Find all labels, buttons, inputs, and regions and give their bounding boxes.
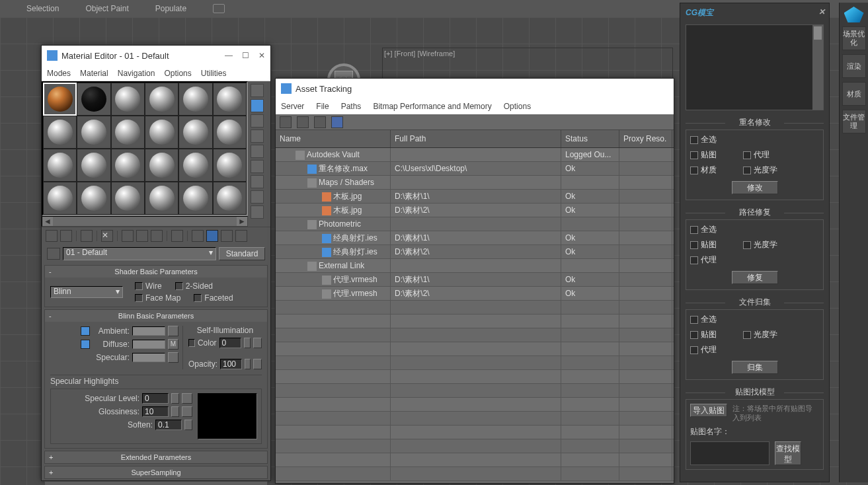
sample-slot-1[interactable]	[43, 83, 77, 116]
extended-params-rollout[interactable]: Extended Parameters	[44, 451, 268, 464]
spinner-buttons[interactable]	[184, 420, 192, 430]
maximize-button[interactable]: ☐	[242, 51, 249, 60]
proxy-checkbox[interactable]	[690, 256, 698, 264]
scroll-right-button[interactable]: ►	[237, 217, 247, 226]
spinner-buttons[interactable]	[245, 359, 251, 369]
collect-button[interactable]: 归集	[732, 361, 778, 374]
put-to-library-icon[interactable]	[151, 230, 163, 242]
menu-server[interactable]: Server	[281, 102, 304, 111]
menu-options[interactable]: Options	[504, 102, 531, 111]
table-row[interactable]: External Link	[276, 259, 674, 273]
sample-slot[interactable]	[145, 116, 178, 149]
select-all-checkbox[interactable]	[690, 136, 698, 144]
table-row[interactable]: Maps / Shaders	[276, 176, 674, 190]
sample-slot[interactable]	[43, 116, 77, 149]
select-all-checkbox[interactable]	[690, 316, 698, 324]
proxy-checkbox[interactable]	[743, 151, 751, 159]
spec-level-spinner[interactable]: 0	[142, 393, 169, 404]
sample-slot[interactable]	[178, 149, 212, 182]
sample-slot[interactable]	[111, 149, 145, 182]
diffuse-swatch[interactable]	[132, 340, 165, 349]
asset-titlebar[interactable]: Asset Tracking	[276, 79, 674, 98]
menu-paths[interactable]: Paths	[341, 102, 362, 111]
video-check-icon[interactable]	[251, 145, 264, 158]
sample-slot[interactable]	[43, 182, 77, 215]
table-row[interactable]: 木板.jpgD:\素材\2\Ok	[276, 204, 674, 217]
menu-selection[interactable]: Selection	[26, 4, 59, 13]
material-editor-titlebar[interactable]: Material Editor - 01 - Default — ☐ ✕	[42, 46, 270, 65]
menu-utilities[interactable]: Utilities	[201, 69, 227, 78]
material-type-button[interactable]: Standard	[219, 247, 265, 260]
sample-slot-6[interactable]	[213, 83, 247, 116]
menu-file[interactable]: File	[316, 102, 329, 111]
close-button[interactable]: ✕	[258, 51, 265, 60]
rollout-header[interactable]: SuperSampling	[45, 466, 267, 478]
scene-optimize-button[interactable]: 场景优化	[842, 26, 866, 50]
sample-slot[interactable]	[77, 182, 110, 215]
diffuse-map-button[interactable]: M	[168, 339, 178, 350]
sample-uv-icon[interactable]	[251, 130, 264, 143]
sample-slot[interactable]	[145, 149, 178, 182]
go-parent-icon[interactable]	[221, 230, 233, 242]
color-checkbox[interactable]	[188, 339, 195, 347]
sample-slot[interactable]	[145, 182, 178, 215]
minimize-button[interactable]: —	[225, 51, 233, 60]
options-icon[interactable]	[251, 175, 264, 188]
material-checkbox[interactable]	[690, 167, 698, 174]
photometric-checkbox[interactable]	[743, 241, 751, 249]
sample-slot-5[interactable]	[178, 83, 212, 116]
assign-icon[interactable]	[81, 230, 93, 242]
table-row[interactable]: 重名修改.maxC:\Users\xl\Desktop\Ok	[276, 162, 674, 176]
selfillum-map-button[interactable]	[253, 338, 262, 348]
list-icon[interactable]	[297, 116, 309, 128]
menu-navigation[interactable]: Navigation	[118, 69, 155, 78]
header-status[interactable]: Status	[561, 130, 619, 147]
specular-map-button[interactable]	[168, 352, 178, 363]
material-name-dropdown[interactable]: 01 - Default ▾	[63, 247, 216, 260]
table-row[interactable]: Autodesk VaultLogged Ou...	[276, 148, 674, 162]
menu-modes[interactable]: Modes	[47, 69, 71, 78]
sample-type-icon[interactable]	[251, 84, 264, 97]
file-manage-button[interactable]: 文件管理	[842, 110, 866, 133]
close-icon[interactable]: ✕	[818, 7, 825, 17]
glossiness-map-button[interactable]	[182, 406, 192, 417]
shader-dropdown[interactable]: Blinn ▾	[50, 286, 123, 298]
sample-slot[interactable]	[43, 149, 77, 182]
supersampling-rollout[interactable]: SuperSampling	[44, 466, 268, 479]
spinner-buttons[interactable]	[244, 338, 251, 348]
tree-icon[interactable]	[314, 116, 326, 128]
scroll-left-button[interactable]: ◄	[42, 217, 53, 226]
color-spinner[interactable]: 0	[219, 338, 241, 348]
refresh-icon[interactable]	[280, 116, 292, 128]
put-to-scene-icon[interactable]	[60, 230, 72, 242]
sample-slot-4[interactable]	[145, 83, 178, 116]
sample-slot[interactable]	[77, 116, 110, 149]
spec-level-map-button[interactable]	[182, 393, 192, 404]
table-row[interactable]: 代理.vrmeshD:\素材\2\Ok	[276, 287, 674, 301]
soften-spinner[interactable]: 0.1	[155, 420, 182, 430]
sample-slot[interactable]	[178, 116, 212, 149]
reset-icon[interactable]: ✕	[101, 230, 113, 242]
texture-checkbox[interactable]	[690, 151, 698, 159]
background-icon[interactable]	[251, 114, 264, 128]
facemap-checkbox[interactable]	[135, 294, 143, 302]
modify-button[interactable]: 修改	[732, 181, 778, 194]
header-name[interactable]: Name	[276, 130, 391, 147]
sample-slot[interactable]	[111, 116, 145, 149]
material-button[interactable]: 材质	[842, 82, 866, 106]
repair-button[interactable]: 修复	[732, 271, 778, 284]
proxy-checkbox[interactable]	[690, 346, 698, 354]
spinner-buttons[interactable]	[171, 406, 179, 417]
glossiness-spinner[interactable]: 10	[142, 406, 169, 417]
ambient-swatch[interactable]	[132, 326, 165, 336]
viewport-label[interactable]: [+] [Front] [Wireframe]	[384, 50, 455, 57]
texture-checkbox[interactable]	[690, 331, 698, 339]
table-row[interactable]: 经典射灯.iesD:\素材\2\Ok	[276, 245, 674, 259]
rollout-header[interactable]: Shader Basic Parameters	[45, 266, 267, 278]
menu-options[interactable]: Options	[164, 69, 191, 78]
photometric-checkbox[interactable]	[743, 331, 751, 339]
find-model-button[interactable]: 查找模型	[775, 441, 801, 465]
material-map-nav-icon[interactable]	[251, 205, 264, 219]
rollout-header[interactable]: Maps	[45, 482, 267, 485]
sample-slot[interactable]	[213, 149, 247, 182]
